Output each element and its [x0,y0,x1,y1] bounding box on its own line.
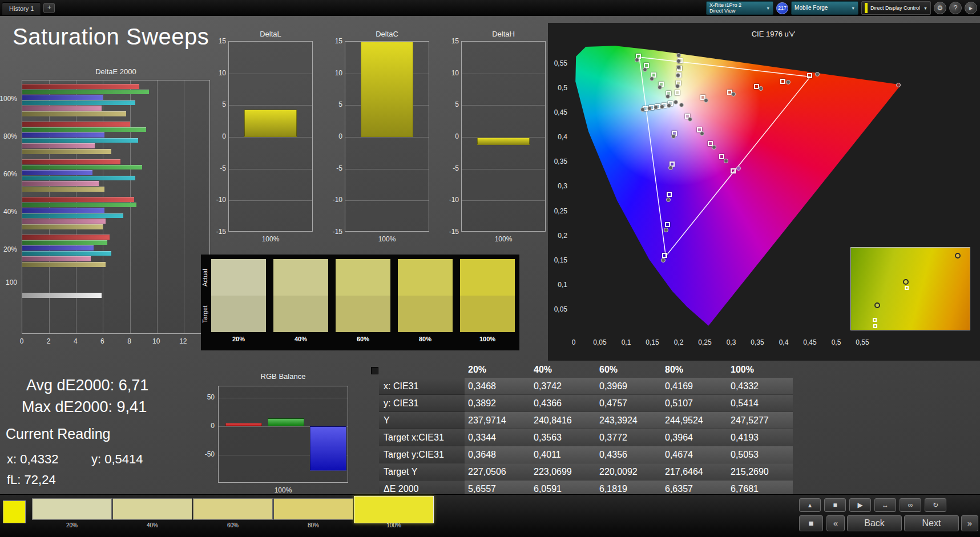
delta-e-white-bar [22,293,102,298]
top-bar: History 1 + X-Rite i1Pro 2 Direct View ▼… [0,0,980,16]
y-axis-tick-label: 15 [323,37,342,45]
meter-count-badge[interactable]: 217 [776,2,788,14]
swatch-label: 100% [460,336,515,342]
grid-line [229,169,312,169]
display-control-dropdown[interactable]: Direct Display Control ▼ [861,1,931,15]
delta-e-category-labels: 100%80%60%40%20%100 [0,80,19,334]
y-axis-tick-label: -5 [323,164,342,172]
transport-stop-button[interactable]: ■ [824,498,846,512]
tab-history-1[interactable]: History 1 [2,2,41,16]
table-cell: 0,4356 [596,446,662,463]
help-button[interactable]: ? [949,2,962,14]
x-axis-label: 100% [228,235,313,243]
table-cell: 0,4366 [530,395,596,412]
delta-e-bar-cyan [22,213,123,219]
yellow-stripe-icon [865,3,868,13]
nav-forward-button[interactable]: » [961,515,978,531]
table-cell: 0,3468 [465,378,530,395]
source-label: Mobile Forge [795,5,828,11]
delta_h-bar [477,138,530,145]
table-cell: 0,5107 [662,395,727,412]
y-axis-tick-label: -50 [205,450,215,458]
cie-measured-dot [666,197,671,202]
y-axis-tick-label: -15 [439,228,459,236]
y-axis-category-label: 60% [3,170,17,178]
chart-title: DeltaL [228,30,313,38]
grid-line [462,105,545,106]
grid-line [462,137,545,138]
y-axis-tick-label: 5 [439,100,459,108]
more-button[interactable]: ▸ [965,2,977,14]
table-row: Y237,9714240,8416243,3924244,9524247,527… [379,412,795,429]
table-row: Target Y227,0506223,0699220,0092217,6464… [379,463,795,481]
delta_c-bar [361,42,413,137]
delta-e-plot-area [22,80,210,334]
cie-y-axis: 0,550,50,450,40,350,30,250,20,150,10,05 [548,23,571,361]
transport-fit-button[interactable]: ↔ [874,498,896,512]
table-cell: 0,3648 [465,446,530,463]
delta-e-bar-magenta [22,181,99,186]
delta-e-bar-blue [22,170,92,175]
delta-e-bar-yellow [22,149,111,154]
nav-back-button[interactable]: Back [847,515,902,531]
y-axis-tick-label: -15 [323,228,342,236]
add-tab-button[interactable]: + [43,3,55,13]
source-dropdown[interactable]: Mobile Forge ▼ [791,1,858,15]
y-axis-tick-label: 0,15 [554,256,567,264]
swatch-label: 40% [273,336,328,342]
swatch-label: 20% [211,336,266,342]
chart-title: RGB Balance [218,372,348,381]
grid-line [345,105,429,106]
table-cell: 247,5277 [727,412,793,429]
swatch-actual [460,259,515,296]
cie-target-square [675,90,680,95]
table-cell: 0,5053 [727,446,793,463]
delta_c-plot-area [345,41,429,232]
delta-e-bar-red [22,159,120,164]
x-axis-tick-label: 12 [178,337,189,345]
cie-target-square [662,253,667,258]
table-cell: 0,4193 [727,429,793,446]
reading-y: y: 0,5414 [91,452,143,467]
rgb-plot-area [218,386,348,483]
saturation-swatch-strip: Actual Target 20%40%60%80%100% [201,255,519,350]
cie-1976-diagram: CIE 1976 u'v' 0,550,50,450,40,350,30,250… [548,23,980,361]
x-axis-tick-label: 0,15 [642,338,663,346]
table-row-label: Y [379,412,465,429]
delta-e-bar-blue [22,132,104,138]
nav-prev-button[interactable]: « [826,515,845,531]
max-de2000: Max dE2000: 9,41 [22,398,147,416]
x-axis-label: 100% [461,235,546,243]
x-axis-tick-label: 0,05 [590,338,610,346]
settings-gear-button[interactable]: ⚙ [934,2,946,14]
y-axis-tick-label: 50 [207,393,215,401]
swatch-target [460,296,515,332]
saturation-swatch: 40% [273,259,328,332]
grid-line [345,137,429,138]
delta-e-bar-green [22,203,136,208]
delta-e-bar-green [22,165,142,170]
transport-collapse-button[interactable]: ▴ [799,498,821,512]
y-axis-tick-label: 0,1 [558,281,567,289]
transport-refresh-button[interactable]: ↻ [925,498,946,512]
nav-stop-big-button[interactable]: ■ [799,515,823,531]
x-axis-tick-label: 0,3 [721,338,741,346]
x-axis-tick-label: 0,4 [773,338,794,346]
transport-loop-button[interactable]: ∞ [900,498,921,512]
grid-line [345,169,429,169]
y-axis-category-label: 40% [3,208,17,216]
inset-measured-dot [874,302,880,308]
grid-line [345,74,429,74]
page-title: Saturation Sweeps [13,24,209,50]
delta-e-bar-green [22,90,149,95]
table-row-label: Target y:CIE31 [379,446,465,463]
x-axis-tick-label: 0,25 [695,338,715,346]
swatch-actual [211,259,266,296]
table-grid: 20%40%60%80%100%x: CIE310,34680,37420,39… [379,362,795,498]
transport-play-button[interactable]: ▶ [849,498,871,512]
table-header-cell: 100% [727,362,793,378]
meter-dropdown[interactable]: X-Rite i1Pro 2 Direct View ▼ [706,1,773,15]
nav-next-button[interactable]: Next [904,515,959,531]
table-header-cell: 60% [596,362,662,378]
delta-e-bar-red [22,235,110,240]
